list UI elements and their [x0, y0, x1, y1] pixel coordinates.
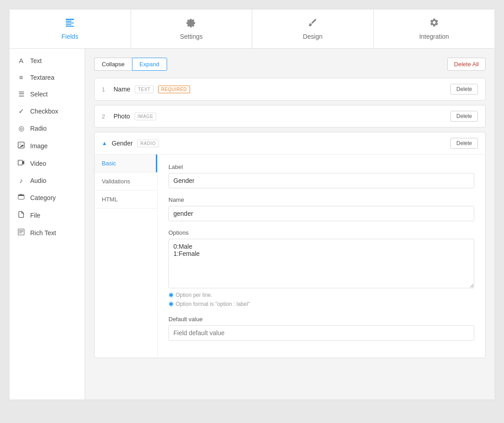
label-input[interactable]	[168, 173, 474, 188]
svg-rect-2	[66, 23, 74, 23]
sidebar-item-checkbox-label: Checkbox	[30, 108, 58, 115]
sidebar-item-select-label: Select	[30, 91, 48, 98]
svg-rect-8	[18, 229, 24, 235]
field-badge-type-gender: RADIO	[137, 140, 159, 147]
sidebar-item-radio[interactable]: ◎ Radio	[9, 120, 85, 137]
field-row-name: 1 Name TEXT REQUIRED Delete	[94, 78, 486, 100]
fields-icon	[65, 18, 75, 30]
field-expanded-gender-header: ▲ Gender RADIO Delete	[95, 132, 485, 155]
options-textarea[interactable]	[168, 239, 474, 288]
tab-fields-label: Fields	[62, 33, 78, 40]
field-row-photo: 2 Photo IMAGE Delete	[94, 105, 486, 127]
sub-tab-validations[interactable]: Validations	[95, 173, 157, 191]
sidebar-item-video-label: Video	[30, 160, 46, 167]
field-badge-type-1: TEXT	[135, 86, 154, 93]
sidebar-item-select[interactable]: ☰ Select	[9, 86, 85, 103]
delete-field-gender-button[interactable]: Delete	[450, 138, 478, 149]
text-icon: A	[17, 57, 26, 64]
select-icon: ☰	[17, 90, 26, 98]
main-content: Collapse Expand Delete All 1 Name TEXT R…	[85, 49, 495, 400]
sidebar-item-audio-label: Audio	[30, 177, 46, 184]
hint-bullet-1: ✱	[168, 291, 174, 299]
toolbar-left: Collapse Expand	[94, 58, 167, 71]
file-icon	[17, 211, 26, 219]
category-icon	[17, 193, 26, 202]
radio-icon: ◎	[17, 124, 26, 132]
svg-rect-4	[66, 26, 74, 27]
default-value-label: Default value	[168, 316, 474, 323]
sidebar-item-checkbox[interactable]: ✓ Checkbox	[9, 103, 85, 120]
sidebar-item-textarea-label: Textarea	[30, 74, 54, 81]
sidebar-item-richtext-label: Rich Text	[30, 229, 56, 237]
svg-rect-7	[18, 160, 22, 165]
sub-tab-html[interactable]: HTML	[95, 191, 157, 209]
sidebar-item-richtext[interactable]: Rich Text	[9, 224, 85, 241]
field-expanded-header-left: ▲ Gender RADIO	[102, 140, 159, 147]
sidebar-item-category-label: Category	[30, 194, 56, 201]
name-field-label: Name	[168, 196, 474, 203]
sidebar-item-image-label: Image	[30, 142, 48, 150]
video-icon	[17, 159, 26, 168]
svg-rect-5	[18, 142, 24, 148]
default-value-input[interactable]	[168, 325, 474, 341]
label-field-label: Label	[168, 164, 474, 170]
label-group: Label	[168, 164, 474, 188]
field-expanded-gender: ▲ Gender RADIO Delete Basic	[94, 132, 486, 358]
content-area: A Text ≡ Textarea ☰ Select ✓ Checkbox ◎	[9, 49, 495, 400]
tab-design[interactable]: Design	[252, 9, 374, 48]
tab-settings-label: Settings	[180, 33, 203, 40]
sub-tabs: Basic Validations HTML	[95, 155, 158, 358]
sidebar-item-file[interactable]: File	[9, 206, 85, 224]
sidebar: A Text ≡ Textarea ☰ Select ✓ Checkbox ◎	[9, 49, 85, 400]
field-row-name-left: 1 Name TEXT REQUIRED	[102, 86, 190, 93]
nav-tabs: Fields Settings Design	[9, 9, 495, 49]
image-icon	[17, 141, 26, 150]
checkbox-icon: ✓	[17, 107, 26, 115]
delete-field-1-button[interactable]: Delete	[450, 84, 478, 95]
sidebar-item-text-label: Text	[30, 57, 42, 64]
delete-field-2-button[interactable]: Delete	[450, 111, 478, 122]
sidebar-item-textarea[interactable]: ≡ Textarea	[9, 69, 85, 86]
sub-tab-basic[interactable]: Basic	[95, 155, 157, 173]
field-name-gender: Gender	[112, 140, 133, 147]
svg-rect-0	[66, 19, 74, 20]
options-group: Options ✱ Option per line. ✱ Option form…	[168, 229, 474, 308]
sidebar-item-category[interactable]: Category	[9, 189, 85, 206]
hint-1: ✱ Option per line.	[168, 291, 474, 299]
expand-button[interactable]: Expand	[132, 58, 167, 71]
sidebar-item-text[interactable]: A Text	[9, 52, 85, 69]
hint-bullet-2: ✱	[168, 300, 174, 308]
field-num-2: 2	[102, 113, 109, 120]
integration-icon	[429, 18, 439, 30]
field-num-1: 1	[102, 86, 109, 93]
field-row-photo-left: 2 Photo IMAGE	[102, 113, 156, 120]
textarea-icon: ≡	[17, 73, 26, 81]
sidebar-item-file-label: File	[30, 212, 41, 219]
richtext-icon	[17, 228, 26, 237]
default-value-group: Default value	[168, 316, 474, 341]
field-badge-required-1: REQUIRED	[158, 86, 190, 93]
hint-2: ✱ Option format is "option : label"	[168, 300, 474, 308]
tab-fields[interactable]: Fields	[9, 9, 131, 48]
field-badge-type-2: IMAGE	[135, 113, 157, 120]
tab-design-label: Design	[303, 33, 322, 40]
field-expanded-body: Basic Validations HTML	[95, 155, 485, 358]
form-area: Label Name Options ✱	[158, 155, 485, 358]
sidebar-item-audio[interactable]: ♪ Audio	[9, 172, 85, 189]
svg-rect-3	[66, 24, 72, 25]
settings-icon	[186, 18, 196, 30]
design-icon	[308, 18, 318, 30]
sidebar-item-image[interactable]: Image	[9, 137, 85, 155]
sidebar-item-video[interactable]: Video	[9, 155, 85, 172]
tab-integration-label: Integration	[419, 33, 449, 40]
name-group: Name	[168, 196, 474, 221]
tab-settings[interactable]: Settings	[131, 9, 253, 48]
toolbar: Collapse Expand Delete All	[94, 58, 486, 71]
expand-arrow-icon[interactable]: ▲	[102, 140, 107, 146]
collapse-button[interactable]: Collapse	[94, 58, 132, 71]
tab-integration[interactable]: Integration	[374, 9, 495, 48]
name-input[interactable]	[168, 206, 474, 221]
sidebar-item-radio-label: Radio	[30, 125, 47, 132]
delete-all-button[interactable]: Delete All	[447, 58, 486, 71]
svg-point-6	[20, 144, 21, 145]
